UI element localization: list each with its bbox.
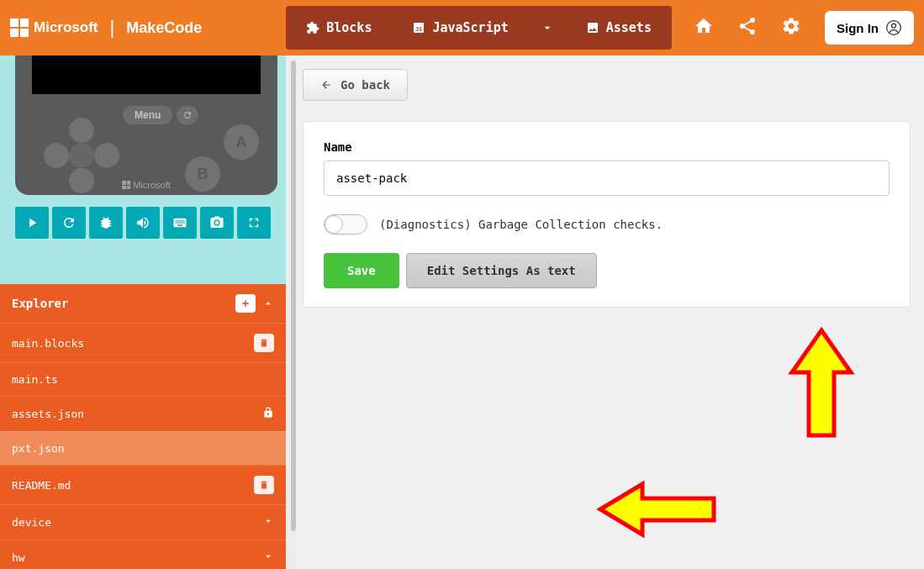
sim-refresh-button[interactable] xyxy=(177,106,198,124)
user-icon xyxy=(885,19,902,36)
sim-microsoft-logo: Microsoft xyxy=(122,180,171,190)
js-icon: JS xyxy=(412,21,425,34)
play-button[interactable] xyxy=(15,207,49,239)
explorer-item-README-md[interactable]: README.md xyxy=(0,465,286,504)
left-panel: Menu A B Microsoft xyxy=(0,55,286,569)
simulator: Menu A B Microsoft xyxy=(15,55,277,195)
makecode-title: MakeCode xyxy=(126,19,202,37)
chevron-down-icon xyxy=(262,515,274,529)
restart-button[interactable] xyxy=(52,207,86,239)
microsoft-squares-icon xyxy=(10,18,29,37)
dpad-right[interactable] xyxy=(94,143,119,168)
explorer-item-pxt-json[interactable]: pxt.json xyxy=(0,431,286,465)
sound-button[interactable] xyxy=(126,207,160,239)
refresh-icon xyxy=(61,215,77,230)
explorer-item-label: hw xyxy=(12,551,25,564)
keyboard-icon xyxy=(172,215,187,230)
microsoft-text: Microsoft xyxy=(34,19,98,36)
app-header: Microsoft | MakeCode Blocks JS JavaScrip… xyxy=(0,0,924,55)
sim-screen xyxy=(32,55,261,94)
name-label: Name xyxy=(324,140,890,154)
back-label: Go back xyxy=(341,78,390,92)
svg-text:JS: JS xyxy=(415,26,422,33)
edit-settings-text-button[interactable]: Edit Settings As text xyxy=(406,253,597,288)
keyboard-button[interactable] xyxy=(163,207,197,239)
name-input[interactable] xyxy=(324,161,890,196)
explorer-title: Explorer xyxy=(12,297,68,310)
trash-icon xyxy=(259,338,269,348)
b-button[interactable]: B xyxy=(185,156,220,192)
diagnostics-row: (Diagnostics) Garbage Collection checks. xyxy=(324,214,890,234)
lock-icon xyxy=(262,407,274,421)
tab-blocks[interactable]: Blocks xyxy=(286,6,392,50)
microsoft-logo[interactable]: Microsoft xyxy=(10,18,98,37)
explorer-item-device[interactable]: device xyxy=(0,504,286,540)
save-button[interactable]: Save xyxy=(324,253,399,288)
image-icon xyxy=(586,21,599,34)
button-row: Save Edit Settings As text xyxy=(324,253,890,288)
panel-resizer[interactable] xyxy=(286,55,298,569)
explorer-item-label: main.blocks xyxy=(12,337,84,350)
tab-javascript[interactable]: JS JavaScript xyxy=(392,6,528,50)
tab-javascript-label: JavaScript xyxy=(432,20,508,35)
signin-button[interactable]: Sign In xyxy=(825,11,914,45)
explorer-item-main-blocks[interactable]: main.blocks xyxy=(0,323,286,362)
explorer-item-label: device xyxy=(12,516,51,529)
chevron-up-icon xyxy=(262,298,274,309)
dpad-up[interactable] xyxy=(69,118,94,143)
explorer: Explorer + main.blocksmain.tsassets.json… xyxy=(0,284,286,569)
debug-button[interactable] xyxy=(89,207,123,239)
tab-javascript-dropdown[interactable] xyxy=(529,6,566,50)
explorer-add-button[interactable]: + xyxy=(235,294,256,313)
main-area: Menu A B Microsoft xyxy=(0,55,924,569)
chevron-down-icon xyxy=(541,21,554,34)
camera-icon xyxy=(209,215,224,230)
explorer-item-hw[interactable]: hw xyxy=(0,540,286,569)
trash-icon xyxy=(259,480,269,490)
signin-label: Sign In xyxy=(837,21,879,35)
home-button[interactable] xyxy=(694,16,714,40)
divider: | xyxy=(110,17,115,39)
bug-icon xyxy=(98,215,114,230)
explorer-header[interactable]: Explorer + xyxy=(0,284,286,323)
settings-button[interactable] xyxy=(781,16,801,40)
explorer-item-label: main.ts xyxy=(12,373,58,386)
dpad-down[interactable] xyxy=(69,168,94,193)
diagnostics-label: (Diagnostics) Garbage Collection checks. xyxy=(379,218,663,231)
play-icon xyxy=(24,215,40,230)
annotation-arrow-left xyxy=(596,476,722,543)
svg-point-3 xyxy=(892,24,896,28)
explorer-item-assets-json[interactable]: assets.json xyxy=(0,396,286,431)
explorer-item-label: README.md xyxy=(12,479,71,492)
editor-tabs: Blocks JS JavaScript Assets xyxy=(286,6,672,50)
chevron-down-icon xyxy=(262,551,274,565)
tab-assets-label: Assets xyxy=(606,20,652,35)
dpad-center[interactable] xyxy=(69,143,94,168)
sim-toolbar xyxy=(0,195,286,250)
sim-menu-button[interactable]: Menu xyxy=(123,106,172,124)
fullscreen-icon xyxy=(246,215,261,230)
fullscreen-button[interactable] xyxy=(237,207,271,239)
home-icon xyxy=(694,16,714,36)
screenshot-button[interactable] xyxy=(200,207,234,239)
settings-card: Name (Diagnostics) Garbage Collection ch… xyxy=(303,121,911,308)
a-button[interactable]: A xyxy=(224,124,259,160)
back-button[interactable]: Go back xyxy=(303,69,408,101)
delete-button[interactable] xyxy=(254,334,274,352)
dpad-left[interactable] xyxy=(44,143,69,168)
puzzle-icon xyxy=(306,21,319,34)
tab-assets[interactable]: Assets xyxy=(566,6,672,50)
volume-icon xyxy=(135,215,150,230)
delete-button[interactable] xyxy=(254,476,274,494)
diagnostics-toggle[interactable] xyxy=(324,214,367,234)
share-icon xyxy=(737,16,758,36)
explorer-item-label: assets.json xyxy=(12,408,84,420)
annotation-arrow-up xyxy=(784,326,859,444)
explorer-item-label: pxt.json xyxy=(12,442,65,455)
gear-icon xyxy=(781,16,801,36)
explorer-item-main-ts[interactable]: main.ts xyxy=(0,362,286,396)
content-area: Go back Name (Diagnostics) Garbage Colle… xyxy=(298,55,924,569)
refresh-icon xyxy=(182,110,193,120)
share-button[interactable] xyxy=(737,16,758,40)
dpad xyxy=(44,118,119,193)
